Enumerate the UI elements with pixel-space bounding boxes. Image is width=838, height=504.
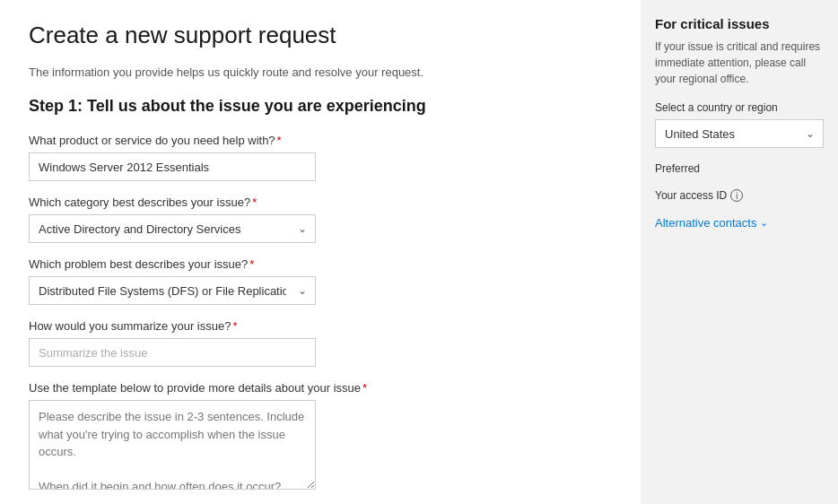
required-star: * <box>249 257 254 271</box>
preferred-label: Preferred <box>655 162 824 175</box>
chevron-down-icon: ⌄ <box>760 217 768 229</box>
info-icon[interactable]: i <box>730 189 743 202</box>
summary-label: How would you summarize your issue?* <box>29 319 612 333</box>
summary-input[interactable] <box>29 338 316 367</box>
country-select[interactable]: United States Canada United Kingdom Aust… <box>655 119 824 148</box>
problem-select-wrapper: Distributed File Systems (DFS) or File R… <box>29 276 316 305</box>
sidebar-title: For critical issues <box>655 16 824 31</box>
category-select-wrapper: Active Directory and Directory Services … <box>29 214 316 243</box>
problem-group: Which problem best describes your issue?… <box>29 257 612 305</box>
step-heading: Step 1: Tell us about the issue you are … <box>29 97 612 116</box>
intro-text: The information you provide helps us qui… <box>29 65 612 79</box>
problem-select[interactable]: Distributed File Systems (DFS) or File R… <box>29 276 316 305</box>
sidebar: For critical issues If your issue is cri… <box>641 0 838 504</box>
country-label: Select a country or region <box>655 101 824 114</box>
required-star: * <box>252 196 257 209</box>
category-select[interactable]: Active Directory and Directory Services <box>29 214 316 243</box>
summary-group: How would you summarize your issue?* <box>29 319 612 367</box>
product-group: What product or service do you need help… <box>29 134 612 181</box>
page-title: Create a new support request <box>29 22 612 49</box>
details-group: Use the template below to provide more d… <box>29 381 612 492</box>
access-id-label: Your access ID i <box>655 189 824 202</box>
category-group: Which category best describes your issue… <box>29 196 612 243</box>
required-star: * <box>362 381 367 395</box>
required-star: * <box>232 319 237 333</box>
details-label: Use the template below to provide more d… <box>29 381 612 395</box>
product-input[interactable] <box>29 152 316 181</box>
country-select-wrapper: United States Canada United Kingdom Aust… <box>655 119 824 148</box>
problem-label: Which problem best describes your issue?… <box>29 257 612 271</box>
main-content: Create a new support request The informa… <box>0 0 641 504</box>
sidebar-description: If your issue is critical and requires i… <box>655 39 824 87</box>
required-star: * <box>277 134 282 147</box>
product-label: What product or service do you need help… <box>29 134 612 147</box>
category-label: Which category best describes your issue… <box>29 196 612 209</box>
details-textarea[interactable] <box>29 400 316 490</box>
alt-contacts-link[interactable]: Alternative contacts ⌄ <box>655 216 824 230</box>
